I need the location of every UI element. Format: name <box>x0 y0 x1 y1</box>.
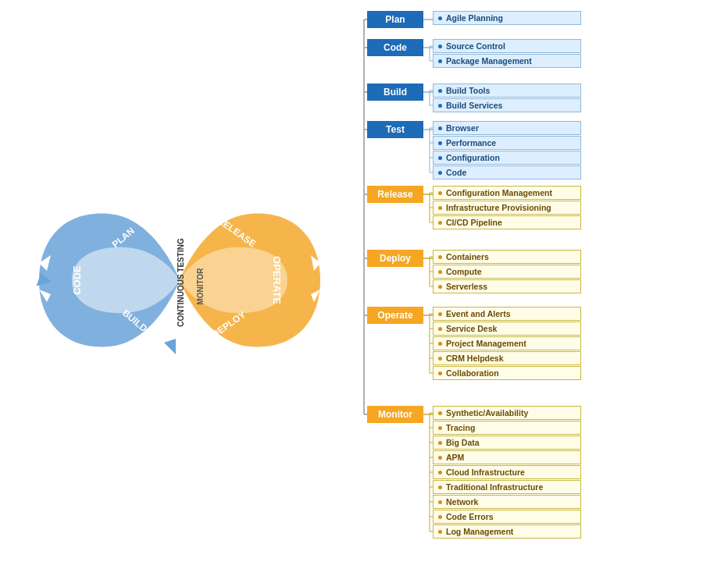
stage-block-deploy: DeployContainersComputeServerless <box>367 250 581 294</box>
item-label: Package Management <box>446 56 532 66</box>
stage-label-monitor[interactable]: Monitor <box>367 406 423 423</box>
bullet-icon <box>438 44 442 48</box>
items-col-operate: Event and AlertsService DeskProject Mana… <box>433 307 581 381</box>
bullet-icon <box>438 104 442 108</box>
bullet-icon <box>438 171 442 175</box>
item-label: Configuration <box>446 153 500 162</box>
stage-label-operate[interactable]: Operate <box>367 307 423 324</box>
list-item: Build Services <box>433 98 581 112</box>
item-label: Code Errors <box>446 512 494 521</box>
item-label: Tracing <box>446 423 475 432</box>
list-item: Traditional Infrastructure <box>433 480 581 494</box>
bullet-icon <box>438 141 442 145</box>
stage-block-test: TestBrowserPerformanceConfigurationCode <box>367 121 581 180</box>
item-label: Containers <box>446 252 489 261</box>
item-label: Configuration Management <box>446 188 552 197</box>
item-label: Network <box>446 497 478 507</box>
stage-label-code[interactable]: Code <box>367 39 423 56</box>
item-label: Big Data <box>446 438 480 447</box>
bullet-icon <box>438 456 442 460</box>
bullet-icon <box>438 191 442 195</box>
list-item: Code <box>433 165 581 180</box>
items-col-deploy: ContainersComputeServerless <box>433 250 581 294</box>
svg-text:CODE: CODE <box>71 265 83 294</box>
bullet-icon <box>438 471 442 475</box>
stage-block-code: CodeSource ControlPackage Management <box>367 39 581 69</box>
item-label: Source Control <box>446 41 505 51</box>
bullet-icon <box>438 426 442 430</box>
list-item: Tracing <box>433 421 581 435</box>
list-item: Containers <box>433 250 581 264</box>
item-label: Compute <box>446 267 482 276</box>
items-col-test: BrowserPerformanceConfigurationCode <box>433 121 581 180</box>
list-item: Log Management <box>433 524 581 539</box>
item-label: Project Management <box>446 339 526 348</box>
bullet-icon <box>438 206 442 210</box>
item-label: Browser <box>446 123 479 133</box>
list-item: Browser <box>433 121 581 135</box>
bullet-icon <box>438 89 442 93</box>
list-item: Serverless <box>433 279 581 293</box>
list-item: Agile Planning <box>433 11 581 25</box>
stage-label-deploy[interactable]: Deploy <box>367 250 423 267</box>
bullet-icon <box>438 530 442 534</box>
list-item: Big Data <box>433 435 581 450</box>
bullet-icon <box>438 485 442 489</box>
bullet-icon <box>438 500 442 504</box>
list-item: Event and Alerts <box>433 307 581 321</box>
bullet-icon <box>438 357 442 361</box>
list-item: Collaboration <box>433 366 581 380</box>
svg-text:CONTINUOUS TESTING: CONTINUOUS TESTING <box>177 238 185 327</box>
stage-block-build: BuildBuild ToolsBuild Services <box>367 84 581 113</box>
bullet-icon <box>438 285 442 289</box>
list-item: Configuration Management <box>433 186 581 200</box>
bullet-icon <box>438 156 442 160</box>
item-label: Traditional Infrastructure <box>446 482 543 492</box>
infinity-diagram: CODE PLAN BUILD CONTINUOUS TESTING OPERA… <box>31 171 328 389</box>
item-label: Build Services <box>446 101 502 110</box>
stage-block-operate: OperateEvent and AlertsService DeskProje… <box>367 307 581 381</box>
stage-label-plan[interactable]: Plan <box>367 11 423 28</box>
list-item: Source Control <box>433 39 581 53</box>
item-label: Cloud Infrastructure <box>446 467 525 477</box>
bullet-icon <box>438 371 442 375</box>
list-item: Cloud Infrastructure <box>433 465 581 479</box>
list-item: Service Desk <box>433 322 581 336</box>
stage-block-plan: PlanAgile Planning <box>367 11 581 28</box>
stage-block-release: ReleaseConfiguration ManagementInfrastru… <box>367 186 581 230</box>
stage-block-monitor: MonitorSynthetic/AvailabilityTracingBig … <box>367 406 581 539</box>
list-item: Network <box>433 495 581 509</box>
item-label: Service Desk <box>446 324 497 333</box>
item-label: Synthetic/Availability <box>446 408 528 418</box>
items-col-build: Build ToolsBuild Services <box>433 84 581 113</box>
list-item: Build Tools <box>433 84 581 98</box>
bullet-icon <box>438 312 442 316</box>
stage-label-release[interactable]: Release <box>367 186 423 203</box>
svg-text:MONITOR: MONITOR <box>196 267 205 304</box>
bullet-icon <box>438 327 442 331</box>
list-item: Code Errors <box>433 510 581 524</box>
svg-marker-1 <box>164 339 176 354</box>
list-item: APM <box>433 450 581 464</box>
list-item: CRM Helpdesk <box>433 351 581 365</box>
stage-label-build[interactable]: Build <box>367 84 423 101</box>
bullet-icon <box>438 221 442 225</box>
list-item: Package Management <box>433 54 581 68</box>
item-label: Agile Planning <box>446 13 503 23</box>
item-label: Infrastructure Provisioning <box>446 203 551 212</box>
items-col-code: Source ControlPackage Management <box>433 39 581 69</box>
item-label: Build Tools <box>446 86 490 95</box>
svg-text:OPERATE: OPERATE <box>271 256 283 304</box>
stage-label-test[interactable]: Test <box>367 121 423 138</box>
list-item: Infrastructure Provisioning <box>433 201 581 215</box>
list-item: Compute <box>433 265 581 279</box>
items-col-plan: Agile Planning <box>433 11 581 26</box>
bullet-icon <box>438 255 442 259</box>
stages-layout: PlanAgile PlanningCodeSource ControlPack… <box>359 0 728 583</box>
bullet-icon <box>438 441 442 445</box>
item-label: Serverless <box>446 282 487 291</box>
item-label: APM <box>446 453 464 462</box>
list-item: Performance <box>433 136 581 150</box>
items-col-release: Configuration ManagementInfrastructure P… <box>433 186 581 230</box>
item-label: CI/CD Pipeline <box>446 218 502 227</box>
